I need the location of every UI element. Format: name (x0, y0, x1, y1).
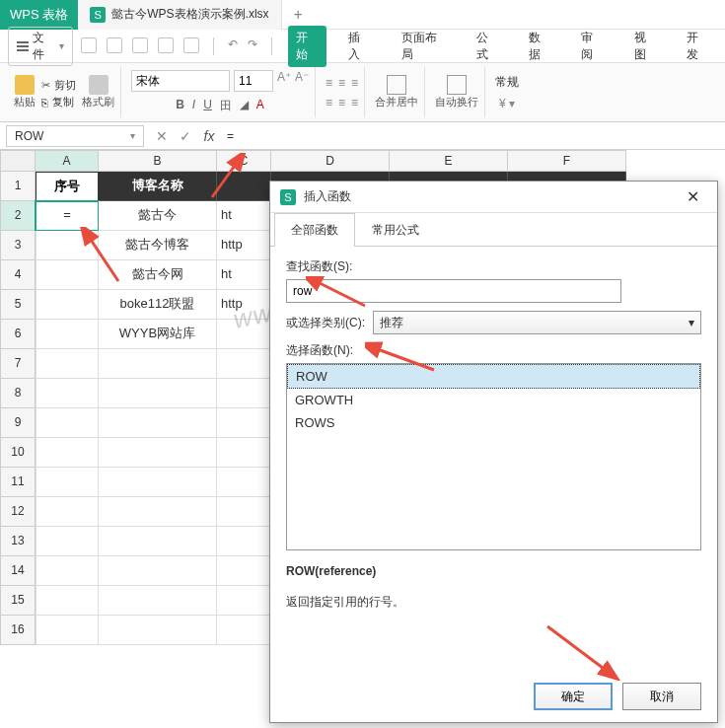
col-header-c[interactable]: C (217, 150, 271, 172)
new-icon[interactable] (81, 37, 97, 53)
save-icon[interactable] (132, 37, 148, 53)
row-header[interactable]: 2 (0, 201, 36, 231)
cell[interactable] (217, 468, 271, 497)
cell[interactable] (36, 231, 99, 260)
tab-all-functions[interactable]: 全部函数 (274, 213, 355, 247)
cell[interactable]: ht (217, 201, 271, 231)
wrap-button[interactable]: 自动换行 (435, 75, 478, 109)
cell[interactable] (36, 379, 99, 408)
file-menu[interactable]: 文件 ▾ (8, 27, 73, 66)
cell[interactable] (99, 468, 217, 497)
ribbon-tab-formula[interactable]: 公式 (469, 26, 507, 67)
name-box[interactable]: ROW ▾ (6, 125, 144, 147)
search-function-input[interactable] (286, 279, 621, 303)
cell[interactable] (36, 320, 99, 349)
function-list-item[interactable]: ROWS (287, 411, 700, 434)
row-header[interactable]: 12 (0, 497, 36, 527)
merge-button[interactable]: 合并居中 (375, 75, 418, 109)
cell[interactable] (217, 349, 271, 379)
tab-common-formulas[interactable]: 常用公式 (355, 213, 436, 247)
cell[interactable] (99, 616, 217, 645)
copy-button[interactable]: ⎘复制 (41, 95, 76, 109)
ribbon-tab-layout[interactable]: 页面布局 (394, 26, 455, 67)
print-icon[interactable] (158, 37, 174, 53)
paste-button[interactable]: 粘贴 (14, 75, 36, 109)
document-tab[interactable]: S 懿古今WPS表格演示案例.xlsx (78, 0, 281, 30)
cell[interactable] (36, 349, 99, 379)
font-color-button[interactable]: A (256, 98, 264, 114)
increase-font-icon[interactable]: A⁺ (277, 70, 291, 92)
cell[interactable] (99, 497, 217, 527)
formula-input[interactable]: = (221, 129, 725, 143)
cell[interactable]: ht (217, 260, 271, 290)
cell[interactable] (217, 556, 271, 586)
add-tab-button[interactable]: + (282, 6, 315, 24)
align-bot-icon[interactable]: ≡ (351, 76, 358, 90)
cell[interactable]: boke112联盟 (99, 290, 217, 320)
col-header-f[interactable]: F (508, 150, 626, 172)
bold-button[interactable]: B (176, 98, 184, 114)
cell[interactable] (217, 616, 271, 645)
cell[interactable] (36, 290, 99, 320)
ribbon-tab-start[interactable]: 开始 (288, 26, 326, 67)
cell[interactable] (99, 586, 217, 616)
col-header-e[interactable]: E (390, 150, 508, 172)
row-header[interactable]: 4 (0, 260, 36, 290)
decrease-font-icon[interactable]: A⁻ (295, 70, 309, 92)
col-header-b[interactable]: B (99, 150, 217, 172)
row-header[interactable]: 1 (0, 172, 36, 201)
cell[interactable] (217, 172, 271, 201)
cut-button[interactable]: ✂剪切 (41, 78, 76, 93)
font-size-select[interactable] (234, 70, 273, 92)
cell[interactable] (217, 438, 271, 468)
ribbon-tab-data[interactable]: 数据 (521, 26, 559, 67)
cell[interactable] (99, 379, 217, 408)
ok-button[interactable]: 确定 (534, 683, 613, 710)
col-header-a[interactable]: A (36, 150, 99, 172)
preview-icon[interactable] (183, 37, 199, 53)
cell[interactable] (99, 527, 217, 556)
cell[interactable] (36, 468, 99, 497)
row-header[interactable]: 5 (0, 290, 36, 320)
cell[interactable] (217, 408, 271, 438)
open-icon[interactable] (107, 37, 122, 53)
dialog-title-bar[interactable]: S 插入函数 ✕ (270, 182, 717, 213)
close-button[interactable]: ✕ (679, 183, 707, 210)
cell[interactable] (99, 408, 217, 438)
align-top-icon[interactable]: ≡ (326, 76, 332, 90)
row-header[interactable]: 16 (0, 616, 36, 645)
cell[interactable] (36, 616, 99, 645)
cell[interactable] (99, 556, 217, 586)
cell[interactable]: 懿古今博客 (99, 231, 217, 260)
ribbon-tab-view[interactable]: 视图 (626, 26, 665, 67)
number-format[interactable]: 常规 (495, 74, 519, 91)
cell[interactable] (217, 497, 271, 527)
font-name-select[interactable] (131, 70, 230, 92)
cell[interactable]: 懿古今 (99, 201, 217, 231)
redo-icon[interactable]: ↷ (248, 37, 257, 55)
cell[interactable]: 序号 (36, 172, 99, 201)
cancel-button[interactable]: 取消 (622, 683, 701, 710)
select-all-corner[interactable] (0, 150, 36, 172)
cell[interactable] (99, 349, 217, 379)
cancel-formula-button[interactable]: ✕ (150, 128, 174, 144)
row-header[interactable]: 10 (0, 438, 36, 468)
function-list-item[interactable]: GROWTH (287, 389, 700, 411)
ribbon-tab-dev[interactable]: 开发 (679, 26, 717, 67)
align-right-icon[interactable]: ≡ (351, 96, 358, 109)
ribbon-tab-review[interactable]: 审阅 (573, 26, 612, 67)
accept-formula-button[interactable]: ✓ (174, 128, 197, 144)
border-button[interactable]: 田 (220, 98, 232, 114)
cell[interactable]: 博客名称 (99, 172, 217, 201)
cell[interactable] (99, 438, 217, 468)
align-left-icon[interactable]: ≡ (326, 96, 332, 109)
row-header[interactable]: 11 (0, 468, 36, 497)
row-header[interactable]: 13 (0, 527, 36, 556)
align-mid-icon[interactable]: ≡ (338, 76, 345, 90)
row-header[interactable]: 3 (0, 231, 36, 260)
italic-button[interactable]: I (192, 98, 195, 114)
cell[interactable] (36, 527, 99, 556)
cell[interactable] (36, 260, 99, 290)
col-header-d[interactable]: D (271, 150, 390, 172)
fx-button[interactable]: fx (197, 128, 221, 144)
